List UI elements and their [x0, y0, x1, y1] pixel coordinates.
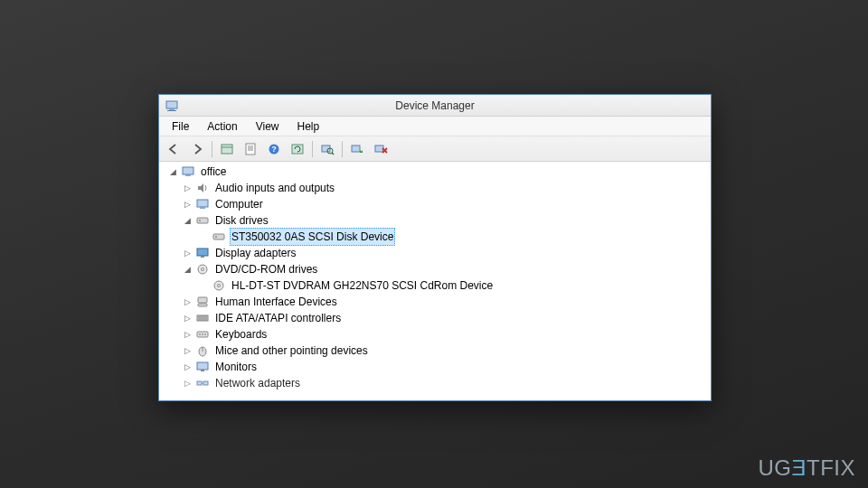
toolbar-separator [342, 141, 343, 157]
help-button[interactable]: ? [263, 139, 285, 159]
device-manager-window: Device Manager File Action View Help ? ◢… [158, 94, 712, 401]
menu-view[interactable]: View [247, 118, 288, 135]
tree-category-network[interactable]: ▷ Network adapters [159, 375, 711, 391]
tree-label: DVD/CD-ROM drives [213, 261, 319, 277]
expand-icon[interactable]: ▷ [183, 362, 193, 372]
hid-icon [195, 295, 210, 309]
svg-rect-21 [197, 200, 208, 207]
tree-category-disk-drives[interactable]: ◢ Disk drives [159, 212, 711, 229]
tree-label: HL-DT-ST DVDRAM GH22NS70 SCSI CdRom Devi… [230, 277, 495, 294]
tree-label: Network adapters [213, 375, 302, 391]
update-driver-button[interactable] [346, 139, 368, 159]
svg-rect-3 [222, 145, 232, 154]
toolbar-separator [212, 141, 212, 157]
tree-root[interactable]: ◢ office [159, 164, 711, 180]
tree-label: Human Interface Devices [213, 294, 339, 310]
svg-line-14 [332, 153, 334, 155]
scan-hardware-button[interactable] [316, 139, 338, 159]
tree-label: Display adapters [213, 245, 297, 261]
leaf-spacer [199, 281, 209, 291]
tree-label: office [199, 164, 228, 180]
tree-label: ST350032 0AS SCSI Disk Device [230, 228, 395, 246]
keyboard-icon [195, 327, 210, 342]
expand-icon[interactable]: ▷ [183, 249, 193, 258]
toolbar-separator [312, 141, 313, 157]
collapse-icon[interactable]: ◢ [183, 216, 193, 226]
dvd-icon [212, 278, 226, 293]
svg-rect-15 [352, 145, 360, 152]
disk-icon [212, 230, 226, 244]
network-icon [195, 376, 210, 390]
svg-point-26 [215, 236, 217, 238]
tree-category-audio[interactable]: ▷ Audio inputs and outputs [159, 180, 711, 196]
tree-category-computer[interactable]: ▷ Computer [159, 196, 711, 212]
svg-rect-43 [202, 333, 203, 335]
expand-icon[interactable]: ▷ [183, 330, 193, 340]
dvd-icon [195, 262, 210, 277]
title-bar[interactable]: Device Manager [159, 95, 711, 117]
tree-category-ide[interactable]: ▷ IDE ATA/ATAPI controllers [159, 310, 711, 326]
menu-action[interactable]: Action [198, 118, 246, 135]
svg-rect-2 [167, 110, 176, 111]
tree-category-display[interactable]: ▷ Display adapters [159, 245, 711, 261]
tree-label: Keyboards [213, 326, 269, 343]
show-hidden-button[interactable] [216, 139, 238, 159]
forward-button[interactable] [186, 139, 208, 159]
svg-rect-48 [201, 370, 204, 371]
display-icon [195, 246, 210, 260]
computer-icon [195, 197, 210, 211]
tree-category-monitors[interactable]: ▷ Monitors [159, 359, 711, 375]
properties-button[interactable] [240, 139, 261, 159]
svg-point-24 [199, 220, 201, 221]
tree-device-disk[interactable]: ST350032 0AS SCSI Disk Device [159, 229, 711, 245]
tree-device-dvd[interactable]: HL-DT-ST DVDRAM GH22NS70 SCSI CdRom Devi… [159, 277, 711, 294]
svg-rect-47 [197, 362, 208, 370]
tree-label: Computer [213, 196, 265, 212]
expand-icon[interactable]: ▷ [183, 297, 193, 307]
mouse-icon [195, 343, 210, 358]
svg-rect-50 [203, 381, 208, 385]
svg-rect-23 [197, 218, 208, 223]
collapse-icon[interactable]: ◢ [168, 167, 178, 177]
expand-icon[interactable]: ▷ [183, 314, 193, 324]
expand-icon[interactable]: ▷ [183, 379, 193, 389]
device-tree[interactable]: ◢ office ▷ Audio inputs and outputs ▷ Co… [159, 162, 711, 400]
expand-icon[interactable]: ▷ [183, 346, 193, 356]
menu-file[interactable]: File [163, 118, 198, 135]
expand-icon[interactable]: ▷ [183, 200, 193, 210]
svg-text:?: ? [271, 145, 277, 154]
svg-rect-34 [198, 304, 207, 306]
svg-rect-22 [200, 207, 205, 209]
disk-icon [195, 213, 210, 228]
tree-label: IDE ATA/ATAPI controllers [213, 310, 343, 326]
svg-rect-25 [213, 234, 224, 239]
ide-icon [195, 311, 210, 325]
tree-category-keyboards[interactable]: ▷ Keyboards [159, 326, 711, 343]
audio-icon [195, 181, 210, 195]
uninstall-button[interactable] [370, 139, 392, 159]
menu-help[interactable]: Help [288, 118, 329, 135]
svg-rect-1 [169, 108, 175, 110]
svg-rect-0 [166, 101, 177, 108]
svg-point-32 [218, 285, 221, 287]
tree-category-mice[interactable]: ▷ Mice and other pointing devices [159, 343, 711, 359]
watermark: UGETFIX [758, 455, 855, 481]
tree-label: Disk drives [213, 212, 270, 229]
back-button[interactable] [163, 139, 184, 159]
collapse-icon[interactable]: ◢ [183, 265, 193, 275]
tree-category-hid[interactable]: ▷ Human Interface Devices [159, 294, 711, 310]
svg-rect-19 [183, 167, 193, 174]
app-icon [165, 99, 179, 113]
svg-rect-42 [199, 333, 201, 335]
toolbar: ? [159, 136, 711, 162]
refresh-button[interactable] [287, 139, 308, 159]
svg-rect-28 [201, 256, 204, 258]
computer-icon [181, 164, 195, 179]
expand-icon[interactable]: ▷ [183, 183, 193, 193]
window-title: Device Manager [186, 99, 684, 112]
tree-category-dvd[interactable]: ◢ DVD/CD-ROM drives [159, 261, 711, 277]
tree-label: Audio inputs and outputs [213, 180, 336, 196]
svg-rect-44 [204, 333, 206, 335]
tree-label: Mice and other pointing devices [213, 343, 370, 359]
svg-rect-33 [198, 297, 207, 303]
